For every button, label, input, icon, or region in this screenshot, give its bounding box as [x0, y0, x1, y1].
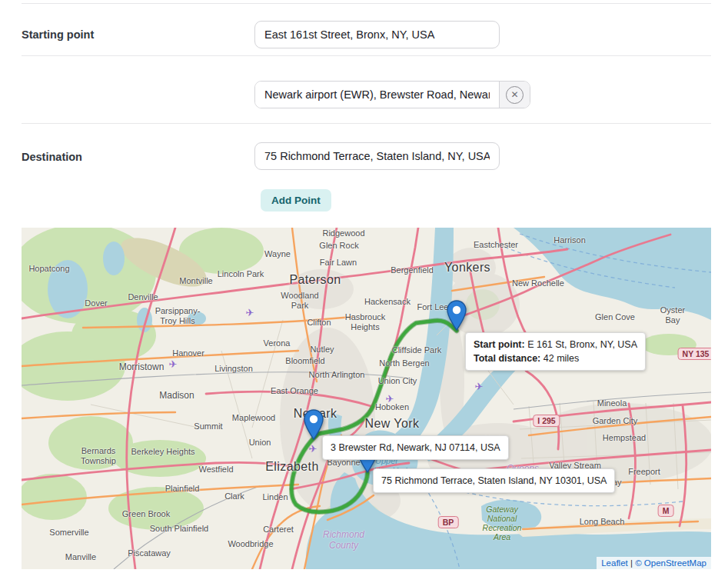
map-label: Hempstead — [603, 433, 646, 443]
map-label: Green Brook — [122, 509, 170, 519]
clear-via-point-button[interactable]: ✕ — [499, 82, 530, 108]
map-label: Somerville — [49, 528, 88, 538]
attribution-separator: | — [628, 558, 635, 568]
via-tooltip: 3 Brewster Rd, Newark, NJ 07114, USA — [322, 435, 509, 460]
map-label: Montville — [179, 276, 212, 286]
road-shield-badge: I 295 — [533, 415, 560, 427]
via-point-input-group: ✕ — [254, 81, 530, 108]
destination-input[interactable] — [254, 142, 500, 170]
map-label: Bernards Township — [81, 446, 116, 465]
map-label: Livingston — [214, 364, 253, 374]
map-label: Freeport — [628, 467, 660, 477]
map-label: Morristown — [119, 362, 165, 373]
map-label: Elizabeth — [265, 460, 318, 474]
starting-point-label: Starting point — [22, 28, 94, 41]
map-label: North Bergen — [379, 358, 429, 368]
map-label: Hopatcong — [28, 264, 69, 274]
route-planner-page: Starting point ✕ Destination Add Point — [0, 0, 728, 583]
openstreetmap-link[interactable]: © OpenStreetMap — [635, 558, 706, 568]
map-label: Plainfield — [165, 484, 200, 494]
leaflet-map[interactable]: HopatcongDoverDenvilleMontvilleLincoln P… — [22, 228, 711, 569]
map-label: Maplewood — [232, 413, 275, 423]
map-label: Westfield — [198, 465, 233, 475]
map-label: Richmond County — [323, 530, 364, 551]
divider-top — [22, 3, 711, 4]
map-label: Ridgewood — [322, 228, 364, 238]
starting-point-input[interactable] — [254, 21, 500, 48]
map-label: Piscataway — [128, 548, 171, 558]
map-label: Lincoln Park — [218, 269, 264, 279]
map-label: Cliffside Park — [392, 345, 442, 355]
map-label: Verona — [264, 338, 291, 348]
start-tooltip-label: Start point: — [474, 339, 525, 350]
via-point-input[interactable] — [255, 82, 499, 108]
map-label: Nutley — [310, 345, 334, 355]
road-shield-badge: NY 135 — [678, 348, 711, 360]
map-label: Glen Cove — [595, 312, 635, 322]
map-label: Eastchester — [474, 240, 518, 250]
map-label: Bergenfield — [391, 265, 434, 275]
map-label: Harrison — [553, 235, 586, 245]
map-label: Garden City — [593, 416, 638, 426]
destination-label: Destination — [22, 151, 82, 163]
map-label: Union City — [378, 376, 417, 386]
map-label: Oyster Bay — [653, 305, 692, 325]
map-label: Wayne — [264, 249, 291, 259]
map-label: Woodbridge — [228, 539, 273, 549]
map-label: Yonkers — [444, 261, 490, 275]
map-label: Berkeley Heights — [131, 447, 194, 457]
map-label: Gateway National Recreation Area — [483, 505, 522, 541]
map-label: Hackensack — [364, 297, 411, 307]
map-label: Fort Lee — [417, 302, 449, 312]
map-label: New York — [365, 417, 420, 431]
map-label: New Rochelle — [512, 278, 564, 288]
map-label: Dover — [85, 298, 107, 308]
map-label: Carteret — [263, 525, 294, 535]
airport-icon: ✈ — [169, 358, 178, 370]
map-label: Long Beach — [580, 517, 625, 527]
road-shield-badge: BP — [438, 516, 459, 528]
map-label: Madison — [159, 391, 194, 401]
distance-label: Total distance: — [474, 353, 540, 364]
map-label: Linden — [262, 492, 288, 502]
map-attribution: Leaflet | © OpenStreetMap — [597, 557, 711, 569]
map-label: Paterson — [289, 273, 341, 287]
map-label: Woodland Park — [281, 291, 318, 310]
map-label: Clifton — [307, 318, 331, 328]
start-marker-pin[interactable] — [447, 300, 467, 331]
road-shield-badge: M — [658, 505, 674, 517]
map-label: Denville — [128, 292, 158, 302]
airport-icon: ✈ — [309, 443, 317, 455]
map-label-layer: HopatcongDoverDenvilleMontvilleLincoln P… — [22, 228, 711, 569]
start-tooltip-text: E 161 St, Bronx, NY, USA — [525, 339, 637, 350]
map-label: North Arlington — [309, 370, 365, 380]
map-label: Summit — [194, 421, 222, 431]
map-label: Hanover — [172, 348, 204, 358]
distance-text: 42 miles — [540, 353, 579, 364]
map-label: Manville — [65, 552, 96, 562]
map-label: Parsippany- Troy Hills — [155, 306, 201, 325]
divider-row1 — [22, 55, 711, 56]
via-marker-pin[interactable] — [304, 409, 324, 440]
map-label: Fair Lawn — [320, 258, 357, 268]
start-tooltip: Start point: E 161 St, Bronx, NY, USA To… — [465, 332, 646, 371]
add-point-button[interactable]: Add Point — [261, 189, 331, 212]
map-label: Union — [249, 438, 271, 448]
airport-icon: ✈ — [386, 393, 394, 405]
clear-icon: ✕ — [506, 86, 524, 104]
map-label: Hasbrouck Heights — [345, 312, 386, 331]
map-label: Mineola — [597, 398, 627, 408]
destination-tooltip: 75 Richmond Terrace, Staten Island, NY 1… — [373, 468, 615, 493]
map-label: Glen Rock — [319, 241, 358, 251]
map-label: East Orange — [271, 386, 318, 396]
map-label: South Plainfield — [150, 524, 208, 534]
airport-icon: ✈ — [246, 307, 254, 318]
airport-icon: ✈ — [475, 381, 484, 392]
leaflet-link[interactable]: Leaflet — [601, 558, 628, 568]
map-label: Clark — [224, 491, 244, 501]
divider-row2 — [22, 123, 711, 124]
map-label: Bloomfield — [285, 356, 324, 366]
